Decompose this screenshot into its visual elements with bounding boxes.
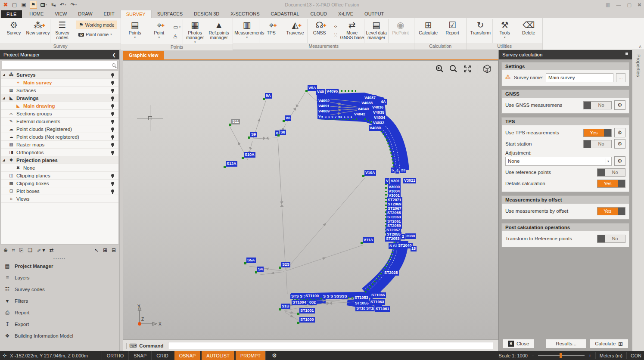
- ribbon-button-tools[interactable]: ⚒Tools▾: [492, 19, 516, 43]
- map-point-label[interactable]: S8: [280, 130, 286, 135]
- adjustment-select[interactable]: None▾: [505, 157, 612, 166]
- map-point-label[interactable]: V: [385, 178, 389, 184]
- properties-side-tab[interactable]: Properties: [632, 50, 644, 351]
- map-point-label[interactable]: S10A: [244, 152, 255, 158]
- ribbon-button-picpoint[interactable]: ◉PicPoint: [388, 19, 412, 43]
- send-to-icon[interactable]: ⇗ ▾: [37, 247, 45, 253]
- zoom-previous-icon[interactable]: [436, 65, 444, 73]
- select-items-icon[interactable]: ⌗: [12, 247, 15, 253]
- ribbon-button-tps[interactable]: ⌖✚TPS: [259, 19, 283, 43]
- panel-splitter[interactable]: ••••••: [0, 256, 119, 260]
- map-point-label[interactable]: 18: [411, 246, 417, 251]
- map-point-label[interactable]: 4: [395, 168, 399, 174]
- map-point-label[interactable]: 2: [401, 234, 405, 239]
- undo-icon[interactable]: ↶▾: [59, 1, 67, 8]
- measure-distance-icon[interactable]: ↹: [50, 1, 56, 8]
- visibility-bulb-icon[interactable]: [111, 96, 114, 99]
- toggle-use-tps-measurements[interactable]: Yes: [583, 129, 612, 137]
- ribbon-button-photos-manager[interactable]: ▦Photos manager▾: [183, 19, 207, 44]
- visibility-bulb-icon[interactable]: [111, 135, 114, 138]
- toggle-use-measurements-by-offset[interactable]: Yes: [597, 207, 625, 215]
- map-point-label[interactable]: S2S: [281, 262, 290, 267]
- tree-item-orthophotos[interactable]: ◨Orthophotos: [1, 149, 118, 156]
- tree-item-external-documents[interactable]: ✎External documents: [1, 118, 118, 125]
- sidebar-item-export[interactable]: ↧Export: [0, 318, 119, 330]
- map-point-label[interactable]: ST1065: [370, 292, 386, 298]
- map-point-label[interactable]: 9A: [265, 93, 272, 99]
- gnss-vectors-add-icon[interactable]: ⁙: [333, 32, 338, 38]
- map-point-label[interactable]: V40: [316, 89, 325, 95]
- map-point-label[interactable]: S9: [250, 132, 257, 137]
- visibility-bulb-icon[interactable]: [111, 112, 114, 115]
- settings-gear-icon[interactable]: ⚙: [614, 128, 625, 137]
- status-toggle-osnap[interactable]: OSNAP: [174, 351, 201, 360]
- visibility-bulb-icon[interactable]: [111, 127, 114, 130]
- toggle-start-station[interactable]: No: [583, 140, 612, 148]
- tab-edit[interactable]: EDIT: [98, 10, 120, 18]
- ribbon-button-ref-points-manager[interactable]: ▲Ref.points manager: [207, 19, 231, 44]
- ribbon-button-point-name[interactable]: IDPoint name▾: [76, 31, 117, 38]
- tree-item-clipping-boxes[interactable]: ▩Clipping boxes: [1, 180, 118, 187]
- status-toggle-autolist[interactable]: AUTOLIST: [201, 351, 234, 360]
- visibility-bulb-icon[interactable]: [111, 120, 114, 123]
- map-point-label[interactable]: 5 3 1 9 7 53 1 1 1: [320, 115, 354, 119]
- redo-icon[interactable]: ↷▾: [70, 1, 78, 8]
- status-toggle-grid[interactable]: GRID: [151, 351, 173, 360]
- survey-name-input[interactable]: Main survey: [546, 73, 613, 82]
- tab-x-sections[interactable]: X-SECTIONS: [225, 10, 265, 18]
- tree-item-plot-boxes[interactable]: ⊡Plot boxes: [1, 187, 118, 195]
- sidebar-item-building-information-model[interactable]: ❖Building Information Model: [0, 330, 119, 341]
- map-point-label[interactable]: V3021: [403, 178, 416, 183]
- ribbon-button-measurements[interactable]: ▥Measurements▾: [235, 19, 259, 43]
- command-input[interactable]: [168, 342, 493, 349]
- browse-button[interactable]: …: [616, 73, 625, 82]
- tree-item-raster-maps[interactable]: ▧Raster maps: [1, 141, 118, 149]
- map-point-label[interactable]: V301: [390, 178, 401, 184]
- ribbon-button-traverse[interactable]: ◭✚Traverse: [283, 19, 307, 43]
- tab-surfaces[interactable]: SURFACES: [152, 10, 188, 18]
- map-point-label[interactable]: ST10: [355, 306, 367, 311]
- units-selector[interactable]: Meters (m): [600, 353, 622, 358]
- ribbon-button-calculate[interactable]: ⊞Calculate: [416, 19, 440, 43]
- map-point-label[interactable]: V11A: [363, 237, 374, 243]
- ribbon-button-move-gnss-base[interactable]: ⇄Move GNSS base: [340, 19, 364, 43]
- add-item-icon[interactable]: ⊕: [3, 247, 8, 253]
- ribbon-button-working-mode[interactable]: ⚑Working mode: [76, 21, 117, 29]
- calculate-button[interactable]: Calculate ⊞: [589, 339, 628, 348]
- map-point-label[interactable]: ST2053: [385, 236, 401, 242]
- tree-item-sections-groups[interactable]: ⌓Sections groups: [1, 110, 118, 118]
- map-point-label[interactable]: ST1(: [365, 306, 376, 311]
- visibility-bulb-icon[interactable]: [111, 89, 114, 92]
- tree-item-clipping-planes[interactable]: ◫Clipping planes: [1, 172, 118, 180]
- tree-item-main-survey[interactable]: ⌖Main survey: [1, 79, 118, 87]
- graphic-canvas[interactable]: V5A9AS11V68S8S9S10AS12AV10AV11AS5AS4S2SS…: [123, 60, 498, 340]
- tab-view[interactable]: VIEW: [49, 10, 72, 18]
- toggle-use-reference-points[interactable]: No: [597, 168, 625, 177]
- tab-draw[interactable]: DRAW: [72, 10, 98, 18]
- gnss-points-add-icon[interactable]: ⁘: [333, 24, 338, 30]
- settings-gear-icon[interactable]: ⚙: [614, 156, 625, 166]
- map-point-label[interactable]: ST1063: [370, 299, 385, 305]
- map-point-label[interactable]: V6: [285, 115, 291, 121]
- tree-item-drawings[interactable]: ◢◣Drawings: [1, 94, 118, 102]
- tab-graphic-view[interactable]: Graphic view: [123, 51, 164, 59]
- ribbon-button-points[interactable]: ▤Points▾: [123, 19, 147, 44]
- tab-output[interactable]: OUTPUT: [359, 10, 389, 18]
- status-toggle-ortho[interactable]: ORTHO: [102, 351, 129, 360]
- tab-x-live[interactable]: X•LIVE: [333, 10, 359, 18]
- map-point-label[interactable]: 4A: [380, 99, 387, 105]
- visibility-bulb-icon[interactable]: [111, 73, 114, 76]
- toggle-use-gnss-measuremens[interactable]: No: [583, 101, 612, 109]
- ribbon-button-survey[interactable]: ⚙Survey: [2, 19, 26, 43]
- pin-icon[interactable]: [625, 53, 628, 57]
- tree-search-input[interactable]: [4, 62, 110, 68]
- sidebar-item-project-manager[interactable]: ▤Project Manager: [0, 260, 119, 272]
- map-point-label[interactable]: ST1000: [299, 317, 315, 323]
- map-point-label[interactable]: 23: [400, 168, 406, 173]
- tree-item-surveys[interactable]: ◢⁂Surveys: [1, 71, 118, 79]
- map-point-label[interactable]: V4095: [326, 89, 339, 94]
- ribbon-button-report[interactable]: ☑Report: [440, 19, 464, 43]
- collapse-panel-icon[interactable]: ❮: [112, 53, 116, 57]
- map-point-label[interactable]: V10A: [364, 170, 376, 176]
- tab-home[interactable]: HOME: [24, 10, 49, 18]
